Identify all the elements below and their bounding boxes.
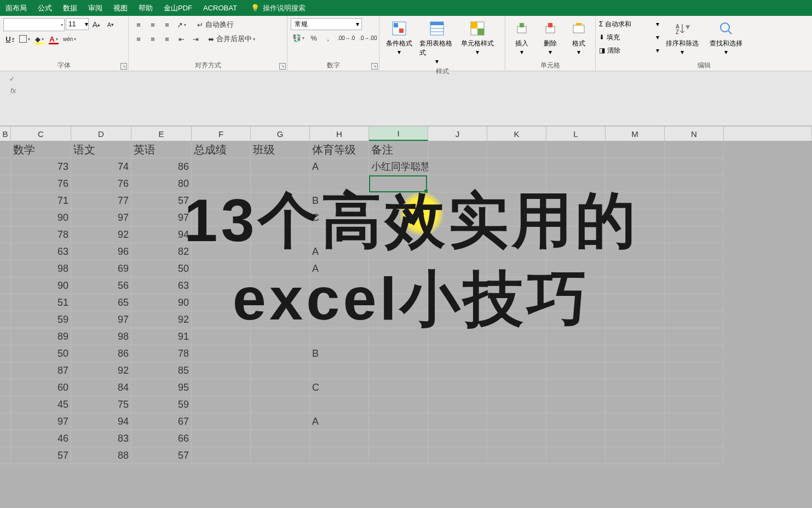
align-center-button[interactable]: ≡ <box>146 32 159 45</box>
font-size-dropdown[interactable]: 11▾ <box>66 18 89 30</box>
cell[interactable] <box>546 430 606 447</box>
font-name-dropdown[interactable]: ▾ <box>3 18 65 31</box>
cell[interactable] <box>251 413 310 430</box>
cell[interactable] <box>310 328 369 345</box>
tab-data[interactable]: 数据 <box>57 0 83 16</box>
cell[interactable] <box>0 294 11 311</box>
cell[interactable] <box>192 430 251 447</box>
cell[interactable] <box>251 277 310 294</box>
cell[interactable] <box>428 175 487 192</box>
cell[interactable] <box>251 345 310 362</box>
decrease-font-button[interactable]: A▾ <box>104 18 117 31</box>
cell[interactable] <box>310 447 369 464</box>
clear-button[interactable]: ◨清除▾ <box>599 44 659 56</box>
cell[interactable] <box>428 328 487 345</box>
cell[interactable]: 91 <box>131 328 192 345</box>
fill-color-button[interactable]: ◆▾ <box>33 32 46 45</box>
align-bottom-button[interactable]: ≡ <box>160 18 174 31</box>
cell[interactable] <box>192 277 251 294</box>
header-cell[interactable]: 语文 <box>71 141 131 158</box>
cell[interactable] <box>487 226 546 243</box>
cell[interactable] <box>546 175 606 192</box>
align-right-button[interactable]: ≡ <box>160 32 174 45</box>
cell[interactable] <box>251 294 310 311</box>
conditional-format-button[interactable]: 条件格式▾ <box>383 18 416 58</box>
cell[interactable] <box>606 430 665 447</box>
fx-icon[interactable]: fx <box>10 87 16 95</box>
cell[interactable]: 73 <box>11 158 71 175</box>
cell[interactable] <box>192 175 251 192</box>
tab-layout[interactable]: 面布局 <box>0 0 32 16</box>
cell[interactable] <box>310 277 369 294</box>
cell[interactable]: 50 <box>11 345 71 362</box>
cell[interactable] <box>546 277 606 294</box>
cell[interactable] <box>428 396 487 413</box>
cell[interactable]: 66 <box>131 430 192 447</box>
formula-input[interactable] <box>24 71 812 125</box>
cell[interactable] <box>487 345 546 362</box>
align-left-button[interactable]: ≡ <box>132 32 145 45</box>
header-cell[interactable]: 备注 <box>369 141 428 158</box>
cell[interactable]: 57 <box>131 447 192 464</box>
cell[interactable] <box>487 430 546 447</box>
cell[interactable] <box>369 175 428 192</box>
cell[interactable] <box>310 362 369 379</box>
cell[interactable] <box>369 277 428 294</box>
cell[interactable] <box>428 379 487 396</box>
cell[interactable] <box>606 260 665 277</box>
cell[interactable] <box>192 209 251 226</box>
cell[interactable] <box>369 396 428 413</box>
cell[interactable]: 92 <box>131 311 192 328</box>
header-cell[interactable] <box>665 141 724 158</box>
cell[interactable] <box>665 362 724 379</box>
cell[interactable]: A <box>310 260 369 277</box>
sort-filter-button[interactable]: AZ 排序和筛选▾ <box>661 18 703 58</box>
cell[interactable] <box>369 413 428 430</box>
insert-button[interactable]: 插入▾ <box>509 18 535 58</box>
cell[interactable] <box>369 192 428 209</box>
cell[interactable]: 69 <box>71 260 131 277</box>
cell[interactable]: 77 <box>71 192 131 209</box>
cell[interactable] <box>546 260 606 277</box>
cell[interactable] <box>546 311 606 328</box>
cell[interactable] <box>369 362 428 379</box>
cell[interactable] <box>192 447 251 464</box>
cell[interactable] <box>665 345 724 362</box>
decrease-indent-button[interactable]: ⇤ <box>175 32 188 45</box>
cell[interactable] <box>428 447 487 464</box>
cell[interactable] <box>487 328 546 345</box>
cell[interactable] <box>606 158 665 175</box>
cell[interactable] <box>606 447 665 464</box>
tab-help[interactable]: 帮助 <box>133 0 158 16</box>
cell-styles-button[interactable]: 单元格样式▾ <box>458 18 497 58</box>
tab-view[interactable]: 视图 <box>108 0 133 16</box>
cell[interactable] <box>192 328 251 345</box>
column-header-J[interactable]: J <box>428 126 487 141</box>
increase-indent-button[interactable]: ⇥ <box>189 32 202 45</box>
cell[interactable]: 63 <box>11 243 71 260</box>
cell[interactable] <box>0 396 11 413</box>
format-button[interactable]: 格式▾ <box>566 18 592 58</box>
number-dialog-launcher[interactable]: ↘ <box>371 63 378 70</box>
cell[interactable] <box>487 243 546 260</box>
cell[interactable] <box>546 226 606 243</box>
cell[interactable] <box>369 311 428 328</box>
cell[interactable]: 76 <box>71 175 131 192</box>
cell[interactable] <box>369 226 428 243</box>
cell[interactable] <box>665 294 724 311</box>
cell[interactable] <box>606 379 665 396</box>
cell[interactable] <box>251 260 310 277</box>
cell[interactable]: B <box>310 345 369 362</box>
comma-button[interactable]: , <box>321 31 335 44</box>
cell[interactable]: 95 <box>131 379 192 396</box>
cell[interactable] <box>369 328 428 345</box>
cell[interactable] <box>606 294 665 311</box>
cell[interactable] <box>369 260 428 277</box>
cell[interactable] <box>0 209 11 226</box>
cell[interactable] <box>251 328 310 345</box>
cell[interactable]: 97 <box>11 413 71 430</box>
cell[interactable]: C <box>310 379 369 396</box>
header-cell[interactable] <box>0 141 11 158</box>
cell[interactable] <box>0 430 11 447</box>
cell[interactable] <box>665 311 724 328</box>
